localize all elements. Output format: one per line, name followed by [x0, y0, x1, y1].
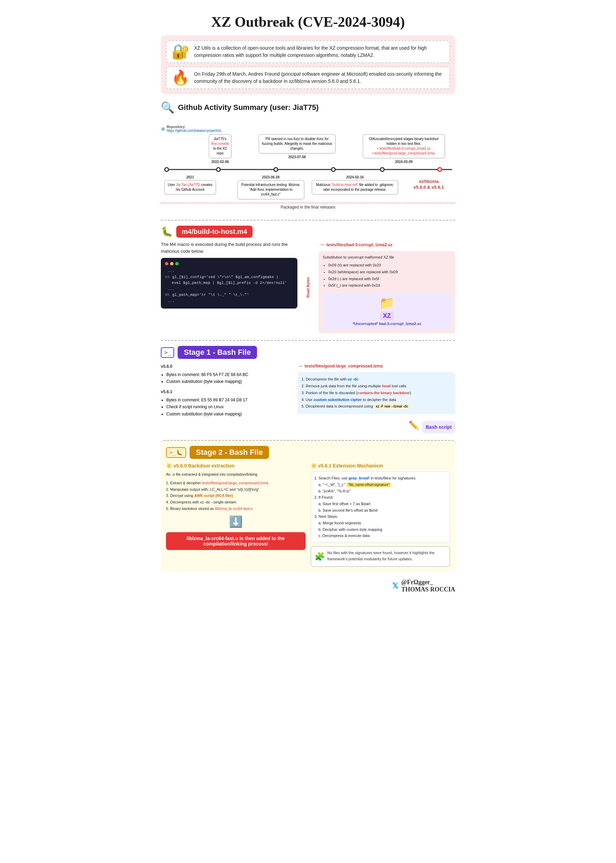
- xz-version-label: xz/libzmav5.6.0 & v5.6.1: [406, 179, 452, 191]
- xz-description-text: XZ Utils is a collection of open-source …: [194, 44, 445, 59]
- s2-step-1: 1. Extract & decipher tests/files/good-l…: [166, 480, 306, 486]
- extension-box: 1. Search Files: use grep -broaF in test…: [311, 471, 450, 543]
- xz-description-row: 🔐 XZ Utils is a collection of open-sourc…: [166, 40, 450, 63]
- stage2-terminal-icon: >_🐛: [166, 447, 186, 458]
- m4-badge: m4/build-to-host.m4: [176, 226, 253, 238]
- m4-section: 🐛 m4/build-to-host.m4 The M4 macro is ex…: [161, 220, 455, 333]
- stage2-left: ☀️ v5.6.0 Backdoor extraction An .o file…: [166, 463, 306, 567]
- terminal-icon: >_: [161, 347, 174, 358]
- stage2-footer-badge: liblzma_la-crc64-fast.o is then added to…: [166, 532, 306, 550]
- stage1-header: >_ Stage 1 - Bash File: [161, 346, 455, 359]
- stage1-right: → tests/files/good-large_compressed.lzma…: [297, 363, 455, 433]
- v560-block: v5.6.0 Bytes in comment: 86 F9 5A F7 2E …: [161, 363, 292, 385]
- repo-label: Repository:: [167, 125, 222, 129]
- stage2-v560-steps: 1. Extract & decipher tests/files/good-l…: [166, 480, 306, 512]
- corrupt-desc: Substitution to uncorrupt malformed XZ f…: [323, 255, 451, 259]
- s2-step-2: 2. Manipulate output with: LC_ALL=C sed …: [166, 486, 306, 493]
- code-line-3: eval $gl_path_map | $gl_[$1]_prefix -d 2…: [165, 280, 293, 286]
- intro-section: 🔐 XZ Utils is a collection of open-sourc…: [161, 35, 455, 94]
- m4-layout: The M4 macro is executed during the buil…: [161, 241, 455, 333]
- v560-label: v5.6.0: [161, 363, 292, 370]
- corrupt-list: 0x09 (\t) are replaced with 0x20 0x20 (w…: [323, 262, 451, 289]
- m4-right: → tests/files/bad-3-corrupt_lzma2.xz Sub…: [319, 241, 455, 333]
- stage2-badge: Stage 2 - Bash File: [190, 446, 269, 459]
- good-lzma-box: 1. Decompress the file with xz -dc 2. Re…: [297, 372, 455, 414]
- good-lzma-filename: tests/files/good-large_compressed.lzma: [305, 364, 383, 369]
- code-block: ... 63gl_[$1]_config='sed \"r\n\" $gl_am…: [161, 258, 297, 309]
- discovery-row: 🔥 On Friday 29th of March, Andres Freund…: [166, 66, 450, 89]
- node-2024-03-label: Obfuscated/encrypted stages binary backd…: [369, 137, 439, 155]
- twitter-icon: 𝕏: [392, 581, 398, 591]
- blocks-icon: 🧩: [314, 550, 325, 563]
- stage2-v561-title: ☀️ v5.6.1 Extension Mechanism: [311, 463, 450, 468]
- stage1-layout: v5.6.0 Bytes in comment: 86 F9 5A F7 2E …: [161, 363, 455, 433]
- code-line-2: 63gl_[$1]_config='sed \"r\n\" $gl_am_con…: [165, 274, 293, 280]
- repo-icon: ⚙️: [161, 127, 165, 131]
- v561-sig-b: b. "jv!A%", "%.R.lz": [314, 488, 446, 494]
- stage2-section: >_🐛 Stage 2 - Bash File ☀️ v5.6.0 Backdo…: [161, 440, 455, 572]
- stage1-left: v5.6.0 Bytes in comment: 86 F9 5A F7 2E …: [161, 363, 292, 433]
- stage2-v560-desc: An .o file extracted & integrated into c…: [166, 471, 306, 478]
- good-lzma-list: 1. Decompress the file with xz -dc 2. Re…: [302, 376, 451, 410]
- step-1: 1. Decompress the file with xz -dc: [302, 376, 451, 383]
- v560-item-2: Custom substitution (byte value mapping): [166, 378, 292, 385]
- m4-header: 🐛 m4/build-to-host.m4: [161, 226, 455, 238]
- discovery-text: On Friday 29th of March, Andres Freund (…: [194, 71, 445, 85]
- footer-text: @FrΩgger_ Thomas Roccia: [401, 579, 455, 593]
- stage1-badge: Stage 1 - Bash File: [178, 346, 257, 359]
- code-line-5: 95gl_path_map='tr "\t \-_" " \t_\-"': [165, 292, 293, 298]
- v561-item-1: Bytes in comment: E5 55 89 B7 24 04 D8 1…: [166, 397, 292, 403]
- step-2: 2. Remove junk data from the file using …: [302, 383, 451, 390]
- v561-next-a: a. Merge found segments: [314, 520, 446, 526]
- node-2024-02-label: Malicious "build-to-host.m4" file added …: [316, 183, 394, 191]
- m4-left: The M4 macro is executed during the buil…: [161, 241, 297, 333]
- footer-credit: 𝕏 @FrΩgger_ Thomas Roccia: [161, 579, 455, 593]
- stage1-section: >_ Stage 1 - Bash File v5.6.0 Bytes in c…: [161, 340, 455, 433]
- corrupt-item-2: 0x20 (whitespace) are replaced with 0x09: [328, 269, 451, 276]
- corrupt-file-name: tests/files/bad-3-corrupt_lzma2.xz: [327, 243, 393, 247]
- node-2022-date: 2022-02-06: [209, 160, 231, 164]
- s2-step-3: 3. Decrypt using AWK script (RC4-like): [166, 493, 306, 499]
- node-2023-07-date: 2023-07-08: [259, 155, 335, 159]
- code-line-4: ...: [165, 286, 293, 293]
- sun-icon-2: ☀️: [311, 463, 317, 468]
- v561-block: v5.6.1 Bytes in comment: E5 55 89 B7 24 …: [161, 388, 292, 417]
- v561-label: v5.6.1: [161, 388, 292, 395]
- v561-found-b: b. Save second file's offset as $end: [314, 507, 446, 514]
- v561-next-b: b. Decipher with custom byte mapping: [314, 526, 446, 533]
- xz-label: XZ: [380, 312, 394, 320]
- pencil-icon: ✏️: [409, 420, 419, 430]
- step-5: 5. Deciphered data is decompressed using…: [302, 403, 451, 410]
- v561-found-a: a. Save first offset + 7 as $start: [314, 501, 446, 507]
- stage2-layout: ☀️ v5.6.0 Backdoor extraction An .o file…: [166, 463, 450, 567]
- stage2-header: >_🐛 Stage 2 - Bash File: [166, 446, 450, 459]
- code-line-6: ...: [165, 298, 293, 304]
- node-2023-06-label: Potential infrastructure testing: liblzm…: [241, 183, 300, 196]
- v561-item-2: Check if script running on Linux: [166, 403, 292, 410]
- github-section: 🔍 Github Activity Summary (user: JiaT75)…: [161, 101, 455, 213]
- step-3: 3. Portion of the file is discarded (con…: [302, 390, 451, 397]
- github-section-title: 🔍 Github Activity Summary (user: JiaT75): [161, 101, 455, 114]
- v561-if-found: 2. If Found:: [314, 494, 446, 501]
- node-2022-label: JiaT75's first commit to the XZ repo: [211, 137, 229, 155]
- repo-url: https://github.com/tukaani-project/xz: [167, 129, 222, 132]
- xz-file-box: 📁 XZ *Uncorrupted* bad-3-corrupt_lzma2.x…: [323, 293, 451, 329]
- fire-icon: 🔥: [171, 71, 189, 85]
- node-2021-label: User Jia Tan (JiaT75) creates his Github…: [168, 183, 212, 191]
- corrupt-item-4: 0x5f (_) are replaced with 0x2d: [328, 282, 451, 289]
- stage2-right: ☀️ v5.6.1 Extension Mechanism 1. Search …: [311, 463, 450, 567]
- v561-next-c: c. Decompress & execute data: [314, 532, 446, 539]
- m4-desc: The M4 macro is executed during the buil…: [161, 241, 297, 254]
- github-title-text: Github Activity Summary (user: JiaT75): [178, 103, 319, 112]
- stage2-v560-title: ☀️ v5.6.0 Backdoor extraction: [166, 463, 306, 468]
- bug-icon: 🐛: [161, 226, 173, 237]
- v561-sig-a: a. "~!:_W", "|_{-" "file_name:offset:sig…: [314, 482, 446, 488]
- down-arrow-icon: ⬇️: [166, 515, 306, 528]
- s2-step-4: 4. Decompress with xz -dc --single-strea…: [166, 499, 306, 506]
- packaged-label: Packaged in the final releases: [161, 203, 455, 209]
- node-2024-02-date: 2024-02-16: [312, 175, 398, 179]
- twitter-handle: @FrΩgger_: [401, 579, 455, 586]
- v561-next: 3. Next Steps:: [314, 513, 446, 520]
- code-line-1: ...: [165, 268, 293, 274]
- v561-item-3: Custom substitution (byte value mapping): [166, 411, 292, 417]
